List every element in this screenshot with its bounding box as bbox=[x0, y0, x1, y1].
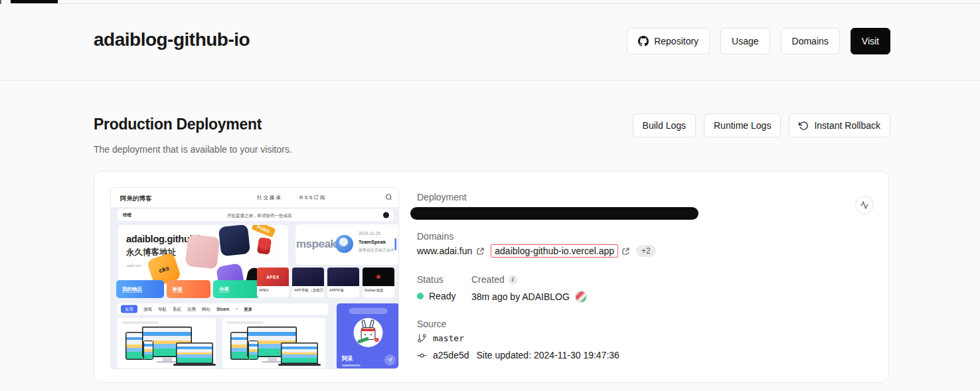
branch-name[interactable]: master bbox=[433, 333, 464, 343]
rollback-icon bbox=[799, 121, 809, 131]
preview-app-thumb: APEX bbox=[257, 268, 289, 286]
preview-notice-icon bbox=[383, 212, 389, 218]
production-deployment-card: 阿呆的博客 社交媒体 RSS订阅 哔哩 开始直播之旅，希望能有一些成就 adai… bbox=[94, 171, 889, 383]
source-branch-row: master bbox=[417, 333, 464, 343]
runtime-logs-label: Runtime Logs bbox=[714, 120, 771, 131]
build-logs-button[interactable]: Build Logs bbox=[633, 114, 696, 137]
nav-tab-underline bbox=[11, 0, 58, 3]
instant-rollback-button[interactable]: Instant Rollback bbox=[789, 114, 890, 137]
preview-nav-link: RSS订阅 bbox=[299, 195, 326, 201]
preview-app-label: APP导航（含磁力） bbox=[292, 286, 324, 293]
preview-notice-text: 开始直播之旅，希望能有一些成就 bbox=[227, 212, 292, 218]
project-header: adaiblog-github-io Repository Usage Doma… bbox=[0, 4, 980, 81]
preview-app-card: APP甲板 bbox=[327, 268, 359, 297]
preview-nav-item: 应用 bbox=[187, 306, 196, 312]
preview-nav-item: 更多 bbox=[244, 306, 252, 312]
deployment-actions: Build Logs Runtime Logs Instant Rollback bbox=[633, 114, 890, 137]
preview-mascot-name: 阿呆 bbox=[342, 355, 353, 363]
domain-link-primary[interactable]: www.adai.fun bbox=[417, 246, 485, 256]
domains-button-label: Domains bbox=[792, 36, 829, 46]
preview-post-card: mspeak 2024-11-25 TeamSpeak 赛事级语音聊天软件 bbox=[295, 224, 399, 265]
instant-rollback-label: Instant Rollback bbox=[814, 120, 880, 131]
domains-more-badge[interactable]: +2 bbox=[636, 245, 656, 257]
external-link-icon bbox=[476, 247, 485, 256]
preview-mascot-subtitle-bar bbox=[342, 364, 361, 366]
usage-button[interactable]: Usage bbox=[720, 28, 770, 54]
ready-status-text: Ready bbox=[429, 291, 455, 301]
preview-post-title: TeamSpeak bbox=[359, 239, 395, 245]
created-label-text: Created bbox=[471, 274, 505, 285]
preview-hero-domain: adai.fun bbox=[127, 263, 141, 268]
preview-app-thumb bbox=[363, 268, 394, 286]
section-title: Production Deployment bbox=[94, 116, 262, 133]
preview-mascot-avatar bbox=[354, 318, 383, 347]
preview-app-label: APP甲板 bbox=[327, 286, 359, 293]
header-actions: Repository Usage Domains Visit bbox=[627, 28, 890, 54]
runtime-logs-button[interactable]: Runtime Logs bbox=[704, 114, 781, 137]
created-label: Created i bbox=[471, 274, 517, 285]
preview-category-tile: 分类 bbox=[213, 280, 260, 298]
source-label: Source bbox=[417, 319, 446, 329]
preview-nav-item: 游戏 bbox=[143, 306, 152, 312]
preview-app-card: Debian系统 bbox=[363, 268, 394, 297]
domains-button[interactable]: Domains bbox=[781, 28, 840, 54]
github-icon bbox=[638, 36, 649, 46]
preview-site-title: 阿呆的博客 bbox=[120, 194, 152, 202]
activity-pulse-icon[interactable] bbox=[855, 196, 874, 214]
preview-nav-links: 社交媒体 RSS订阅 bbox=[257, 188, 326, 207]
preview-mascot-badge bbox=[349, 308, 388, 314]
preview-teamspeak-logo-text: mspeak bbox=[296, 237, 336, 250]
preview-app-thumb bbox=[327, 268, 359, 286]
deployment-label: Deployment bbox=[417, 192, 467, 202]
usage-button-label: Usage bbox=[732, 36, 758, 46]
preview-device-card-title-bar bbox=[227, 321, 264, 324]
preview-app-tile bbox=[185, 234, 220, 270]
build-logs-label: Build Logs bbox=[643, 120, 686, 131]
repository-button-label: Repository bbox=[654, 36, 698, 46]
repository-button[interactable]: Repository bbox=[627, 28, 710, 54]
preview-laptop-mockup bbox=[281, 343, 318, 364]
external-link-icon[interactable] bbox=[621, 247, 630, 256]
annotation-highlight-box: adaiblog-github-io.vercel.app bbox=[491, 244, 618, 258]
status-label: Status bbox=[417, 274, 444, 285]
domains-row: www.adai.fun adaiblog-github-io.vercel.a… bbox=[417, 244, 656, 258]
status-value: Ready bbox=[417, 291, 455, 301]
preview-nav-item: 系统 bbox=[173, 306, 181, 312]
preview-app-tile bbox=[218, 225, 250, 256]
visit-button[interactable]: Visit bbox=[851, 28, 890, 54]
info-icon[interactable]: i bbox=[509, 275, 517, 284]
preview-app-tile bbox=[248, 230, 279, 261]
commit-sha[interactable]: a25de5d bbox=[433, 350, 469, 360]
preview-nav-active: 首页 bbox=[121, 305, 137, 313]
preview-bottom-nav: 首页 游戏 导航 系统 应用 网站 Steam » 更多 bbox=[118, 303, 328, 315]
deployment-preview-thumbnail[interactable]: 阿呆的博客 社交媒体 RSS订阅 哔哩 开始直播之旅，希望能有一些成就 adai… bbox=[110, 187, 399, 369]
preview-device-card bbox=[222, 318, 325, 369]
created-value-text: 38m ago by ADAIBLOG bbox=[471, 291, 570, 302]
ready-status-dot bbox=[417, 293, 424, 299]
source-commit-row: a25de5d Site updated: 2024-11-30 19:47:3… bbox=[417, 350, 619, 360]
preview-app-thumb bbox=[292, 268, 324, 286]
preview-app-card: APEX APEX bbox=[257, 268, 289, 297]
preview-nav-item: 导航 bbox=[158, 306, 167, 312]
preview-mini-scrollbar bbox=[395, 238, 397, 250]
preview-post-meta: 2024-11-25 TeamSpeak 赛事级语音聊天软件 bbox=[359, 231, 395, 254]
preview-post-date: 2024-11-25 bbox=[359, 231, 395, 236]
preview-category-tile: 我的物品 bbox=[116, 280, 164, 298]
created-value: 38m ago by ADAIBLOG bbox=[471, 291, 587, 303]
preview-app-label: Debian系统 bbox=[363, 286, 394, 293]
deployment-url-redacted bbox=[410, 207, 698, 220]
preview-app-label: APEX bbox=[257, 286, 289, 292]
preview-notice-label: 哔哩 bbox=[123, 212, 131, 218]
preview-nav-link: 社交媒体 bbox=[257, 195, 282, 201]
preview-nav-item: Steam bbox=[216, 307, 230, 312]
preview-phone-mockup bbox=[143, 341, 153, 360]
vercel-project-page: adaiblog-github-io Repository Usage Doma… bbox=[0, 0, 980, 391]
preview-navbar: 阿呆的博客 社交媒体 RSS订阅 bbox=[111, 188, 399, 207]
preview-site: 阿呆的博客 社交媒体 RSS订阅 哔哩 开始直播之旅，希望能有一些成就 adai… bbox=[111, 188, 399, 369]
preview-app-cards: APEX APEX APP导航（含磁力） APP甲板 Debian系统 bbox=[257, 268, 394, 297]
domain-highlighted-text[interactable]: adaiblog-github-io.vercel.app bbox=[495, 246, 614, 256]
preview-category-tile: 标签 bbox=[167, 280, 210, 298]
preview-app-card: APP导航（含磁力） bbox=[292, 268, 324, 297]
domains-label: Domains bbox=[417, 231, 453, 242]
preview-phone-mockup bbox=[248, 341, 258, 360]
